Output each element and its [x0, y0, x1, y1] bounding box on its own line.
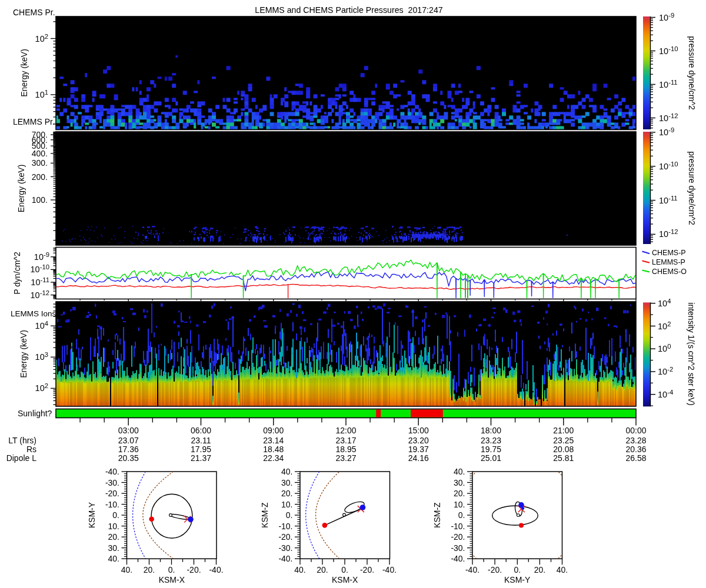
svg-text:40.: 40.	[281, 467, 292, 476]
svg-text:CHEMS-O: CHEMS-O	[652, 268, 687, 276]
svg-text:-30.: -30.	[451, 543, 465, 553]
svg-text:40.: 40.	[454, 467, 465, 476]
svg-text:-20.: -20.	[360, 565, 374, 574]
svg-text:Energy (keV): Energy (keV)	[19, 330, 28, 378]
svg-text:200.: 200.	[32, 172, 48, 182]
svg-text:103: 103	[35, 351, 48, 362]
svg-text:0.: 0.	[458, 510, 465, 520]
svg-text:CHEMS-P: CHEMS-P	[652, 249, 686, 257]
svg-text:-30.: -30.	[105, 478, 119, 487]
svg-text:LEMMS and CHEMS Particle Press: LEMMS and CHEMS Particle Pressures 2017:…	[255, 5, 442, 15]
svg-text:0.: 0.	[112, 510, 119, 520]
svg-text:Sunlight?: Sunlight?	[18, 409, 52, 418]
svg-text:25.01: 25.01	[481, 453, 501, 463]
svg-text:10-12: 10-12	[659, 228, 678, 239]
svg-text:40.: 40.	[121, 565, 132, 574]
svg-text:P dyn/cm^2: P dyn/cm^2	[12, 252, 22, 295]
svg-text:10-10: 10-10	[659, 161, 678, 171]
svg-text:21.37: 21.37	[191, 453, 211, 463]
svg-text:LT (hrs): LT (hrs)	[8, 436, 36, 445]
svg-text:03:00: 03:00	[118, 426, 139, 435]
svg-text:20.: 20.	[534, 565, 545, 574]
svg-text:00:00: 00:00	[625, 426, 646, 435]
svg-text:-30.: -30.	[278, 543, 292, 553]
svg-text:-40.: -40.	[465, 565, 479, 574]
svg-text:10-11: 10-11	[659, 195, 678, 205]
svg-text:KSM-X: KSM-X	[159, 575, 185, 584]
svg-text:10.: 10.	[281, 500, 292, 509]
svg-text:40.: 40.	[108, 554, 119, 563]
svg-text:700.: 700.	[32, 130, 48, 139]
svg-text:-40.: -40.	[105, 467, 119, 476]
svg-text:Energy (keV): Energy (keV)	[16, 165, 26, 213]
svg-text:20.: 20.	[144, 565, 155, 574]
svg-text:CHEMS Pr.: CHEMS Pr.	[13, 8, 55, 17]
svg-text:23.27: 23.27	[335, 453, 356, 463]
svg-text:10-12: 10-12	[659, 112, 678, 123]
svg-text:-40.: -40.	[451, 554, 465, 563]
svg-text:30.: 30.	[108, 543, 119, 553]
svg-text:19.37: 19.37	[408, 445, 429, 454]
svg-text:20.: 20.	[108, 532, 119, 542]
svg-text:KSM-Y: KSM-Y	[87, 502, 96, 528]
svg-text:17.36: 17.36	[118, 445, 139, 454]
svg-text:10-2: 10-2	[658, 366, 673, 376]
svg-text:-40.: -40.	[278, 554, 292, 563]
svg-text:KSM-Y: KSM-Y	[504, 575, 531, 584]
svg-text:Energy (keV): Energy (keV)	[19, 49, 29, 97]
svg-text:26.58: 26.58	[625, 453, 646, 463]
svg-text:22.34: 22.34	[263, 453, 284, 463]
svg-text:-10.: -10.	[105, 500, 119, 509]
svg-text:100.: 100.	[32, 195, 48, 205]
svg-text:12:00: 12:00	[335, 426, 356, 435]
svg-text:23.23: 23.23	[481, 436, 501, 445]
svg-text:10-4: 10-4	[658, 389, 673, 399]
svg-text:0.: 0.	[168, 565, 175, 574]
svg-text:10-9: 10-9	[34, 251, 49, 262]
svg-text:101: 101	[35, 89, 48, 99]
svg-text:10-11: 10-11	[31, 276, 49, 287]
svg-text:0.: 0.	[286, 510, 293, 520]
svg-text:-20.: -20.	[451, 532, 465, 542]
svg-text:Rs: Rs	[26, 445, 36, 454]
svg-text:102: 102	[658, 320, 671, 331]
svg-text:25.81: 25.81	[553, 453, 574, 463]
svg-text:23.25: 23.25	[553, 436, 574, 445]
svg-text:102: 102	[35, 33, 48, 44]
svg-text:20.36: 20.36	[625, 445, 646, 454]
svg-text:-20.: -20.	[278, 532, 292, 542]
svg-text:-20.: -20.	[488, 565, 502, 574]
svg-text:19.75: 19.75	[481, 445, 501, 454]
svg-text:18:00: 18:00	[481, 426, 501, 435]
svg-text:300.: 300.	[32, 158, 48, 168]
svg-text:40.: 40.	[294, 565, 305, 574]
svg-text:09:00: 09:00	[263, 426, 284, 435]
svg-text:intensity 1/(s cm^2 ster keV): intensity 1/(s cm^2 ster keV)	[687, 302, 696, 405]
svg-text:100: 100	[658, 343, 671, 353]
svg-text:10.: 10.	[454, 500, 465, 509]
svg-text:KSM-Z: KSM-Z	[432, 502, 442, 528]
svg-text:10.: 10.	[108, 522, 119, 531]
svg-text:LEMMS Pr.: LEMMS Pr.	[13, 117, 55, 126]
svg-text:17.95: 17.95	[191, 445, 211, 454]
svg-text:30.: 30.	[454, 478, 465, 487]
svg-text:18.95: 18.95	[335, 445, 356, 454]
svg-text:21:00: 21:00	[553, 426, 574, 435]
svg-text:20.08: 20.08	[553, 445, 574, 454]
svg-text:23.28: 23.28	[625, 436, 646, 445]
svg-text:KSM-X: KSM-X	[332, 575, 358, 584]
svg-text:10-11: 10-11	[659, 79, 678, 89]
svg-text:10-9: 10-9	[659, 126, 674, 137]
svg-text:102: 102	[35, 382, 48, 393]
svg-text:104: 104	[658, 298, 671, 308]
svg-text:-20.: -20.	[105, 489, 119, 498]
svg-text:23.07: 23.07	[118, 436, 139, 445]
svg-text:20.: 20.	[281, 489, 292, 498]
svg-text:LEMMS-P: LEMMS-P	[652, 258, 685, 266]
svg-text:-10.: -10.	[278, 522, 292, 531]
svg-text:23.17: 23.17	[335, 436, 356, 445]
svg-text:Dipole L: Dipole L	[6, 453, 37, 463]
svg-text:20.: 20.	[317, 565, 328, 574]
svg-text:-40.: -40.	[382, 565, 397, 574]
svg-text:pressure dyne/cm^2: pressure dyne/cm^2	[687, 151, 697, 225]
